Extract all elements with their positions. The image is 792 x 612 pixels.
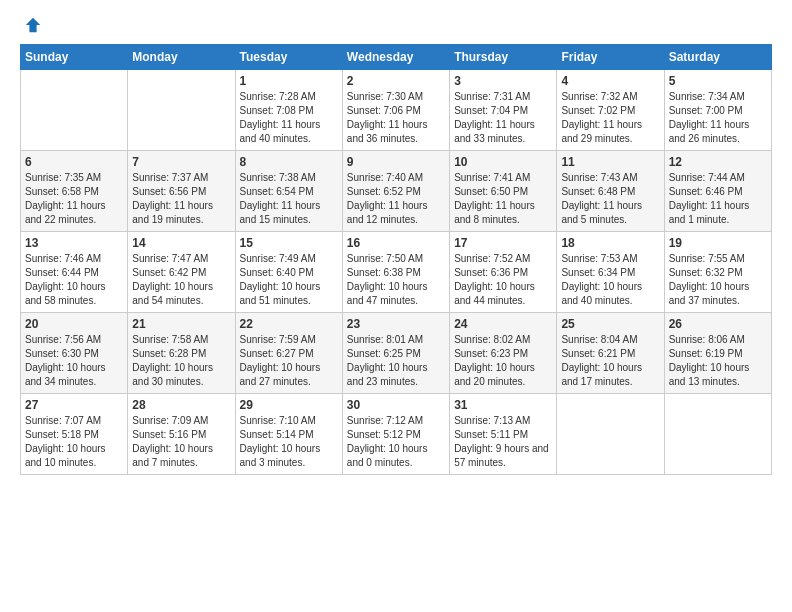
day-number: 19: [669, 236, 767, 250]
day-number: 3: [454, 74, 552, 88]
calendar-cell: 9Sunrise: 7:40 AM Sunset: 6:52 PM Daylig…: [342, 151, 449, 232]
week-row-4: 20Sunrise: 7:56 AM Sunset: 6:30 PM Dayli…: [21, 313, 772, 394]
day-info: Sunrise: 7:41 AM Sunset: 6:50 PM Dayligh…: [454, 171, 552, 227]
calendar-cell: 25Sunrise: 8:04 AM Sunset: 6:21 PM Dayli…: [557, 313, 664, 394]
calendar-cell: 3Sunrise: 7:31 AM Sunset: 7:04 PM Daylig…: [450, 70, 557, 151]
calendar-cell: 24Sunrise: 8:02 AM Sunset: 6:23 PM Dayli…: [450, 313, 557, 394]
day-number: 18: [561, 236, 659, 250]
calendar-cell: 8Sunrise: 7:38 AM Sunset: 6:54 PM Daylig…: [235, 151, 342, 232]
day-info: Sunrise: 7:59 AM Sunset: 6:27 PM Dayligh…: [240, 333, 338, 389]
calendar-cell: 10Sunrise: 7:41 AM Sunset: 6:50 PM Dayli…: [450, 151, 557, 232]
calendar-cell: 2Sunrise: 7:30 AM Sunset: 7:06 PM Daylig…: [342, 70, 449, 151]
calendar-cell: 1Sunrise: 7:28 AM Sunset: 7:08 PM Daylig…: [235, 70, 342, 151]
day-number: 17: [454, 236, 552, 250]
calendar-cell: 29Sunrise: 7:10 AM Sunset: 5:14 PM Dayli…: [235, 394, 342, 475]
day-info: Sunrise: 7:52 AM Sunset: 6:36 PM Dayligh…: [454, 252, 552, 308]
day-number: 30: [347, 398, 445, 412]
weekday-header-tuesday: Tuesday: [235, 45, 342, 70]
day-number: 1: [240, 74, 338, 88]
day-number: 9: [347, 155, 445, 169]
day-number: 29: [240, 398, 338, 412]
week-row-2: 6Sunrise: 7:35 AM Sunset: 6:58 PM Daylig…: [21, 151, 772, 232]
day-info: Sunrise: 7:43 AM Sunset: 6:48 PM Dayligh…: [561, 171, 659, 227]
day-info: Sunrise: 7:58 AM Sunset: 6:28 PM Dayligh…: [132, 333, 230, 389]
day-info: Sunrise: 7:10 AM Sunset: 5:14 PM Dayligh…: [240, 414, 338, 470]
weekday-header-thursday: Thursday: [450, 45, 557, 70]
day-number: 27: [25, 398, 123, 412]
day-number: 16: [347, 236, 445, 250]
day-number: 4: [561, 74, 659, 88]
day-info: Sunrise: 7:13 AM Sunset: 5:11 PM Dayligh…: [454, 414, 552, 470]
day-info: Sunrise: 7:35 AM Sunset: 6:58 PM Dayligh…: [25, 171, 123, 227]
logo: [20, 16, 42, 34]
page: SundayMondayTuesdayWednesdayThursdayFrid…: [0, 0, 792, 612]
day-number: 24: [454, 317, 552, 331]
calendar-cell: 7Sunrise: 7:37 AM Sunset: 6:56 PM Daylig…: [128, 151, 235, 232]
day-info: Sunrise: 7:50 AM Sunset: 6:38 PM Dayligh…: [347, 252, 445, 308]
weekday-header-friday: Friday: [557, 45, 664, 70]
day-number: 5: [669, 74, 767, 88]
logo-icon: [24, 16, 42, 34]
day-info: Sunrise: 7:40 AM Sunset: 6:52 PM Dayligh…: [347, 171, 445, 227]
week-row-5: 27Sunrise: 7:07 AM Sunset: 5:18 PM Dayli…: [21, 394, 772, 475]
calendar-table: SundayMondayTuesdayWednesdayThursdayFrid…: [20, 44, 772, 475]
week-row-3: 13Sunrise: 7:46 AM Sunset: 6:44 PM Dayli…: [21, 232, 772, 313]
day-number: 21: [132, 317, 230, 331]
day-number: 7: [132, 155, 230, 169]
day-info: Sunrise: 7:44 AM Sunset: 6:46 PM Dayligh…: [669, 171, 767, 227]
day-number: 8: [240, 155, 338, 169]
day-info: Sunrise: 7:46 AM Sunset: 6:44 PM Dayligh…: [25, 252, 123, 308]
day-info: Sunrise: 7:09 AM Sunset: 5:16 PM Dayligh…: [132, 414, 230, 470]
day-info: Sunrise: 7:38 AM Sunset: 6:54 PM Dayligh…: [240, 171, 338, 227]
day-info: Sunrise: 7:31 AM Sunset: 7:04 PM Dayligh…: [454, 90, 552, 146]
calendar-cell: 14Sunrise: 7:47 AM Sunset: 6:42 PM Dayli…: [128, 232, 235, 313]
calendar-cell: 30Sunrise: 7:12 AM Sunset: 5:12 PM Dayli…: [342, 394, 449, 475]
day-info: Sunrise: 8:02 AM Sunset: 6:23 PM Dayligh…: [454, 333, 552, 389]
day-number: 20: [25, 317, 123, 331]
calendar-cell: [21, 70, 128, 151]
calendar-cell: 27Sunrise: 7:07 AM Sunset: 5:18 PM Dayli…: [21, 394, 128, 475]
day-number: 11: [561, 155, 659, 169]
day-info: Sunrise: 7:53 AM Sunset: 6:34 PM Dayligh…: [561, 252, 659, 308]
calendar-cell: 18Sunrise: 7:53 AM Sunset: 6:34 PM Dayli…: [557, 232, 664, 313]
calendar-cell: 15Sunrise: 7:49 AM Sunset: 6:40 PM Dayli…: [235, 232, 342, 313]
calendar-cell: 4Sunrise: 7:32 AM Sunset: 7:02 PM Daylig…: [557, 70, 664, 151]
day-number: 22: [240, 317, 338, 331]
calendar-cell: 12Sunrise: 7:44 AM Sunset: 6:46 PM Dayli…: [664, 151, 771, 232]
day-info: Sunrise: 7:30 AM Sunset: 7:06 PM Dayligh…: [347, 90, 445, 146]
weekday-header-row: SundayMondayTuesdayWednesdayThursdayFrid…: [21, 45, 772, 70]
calendar-cell: 26Sunrise: 8:06 AM Sunset: 6:19 PM Dayli…: [664, 313, 771, 394]
day-info: Sunrise: 8:06 AM Sunset: 6:19 PM Dayligh…: [669, 333, 767, 389]
day-number: 12: [669, 155, 767, 169]
weekday-header-saturday: Saturday: [664, 45, 771, 70]
calendar-cell: 28Sunrise: 7:09 AM Sunset: 5:16 PM Dayli…: [128, 394, 235, 475]
day-number: 26: [669, 317, 767, 331]
day-number: 10: [454, 155, 552, 169]
calendar-cell: 13Sunrise: 7:46 AM Sunset: 6:44 PM Dayli…: [21, 232, 128, 313]
calendar-cell: 31Sunrise: 7:13 AM Sunset: 5:11 PM Dayli…: [450, 394, 557, 475]
calendar-cell: 22Sunrise: 7:59 AM Sunset: 6:27 PM Dayli…: [235, 313, 342, 394]
weekday-header-sunday: Sunday: [21, 45, 128, 70]
day-number: 6: [25, 155, 123, 169]
calendar-cell: [557, 394, 664, 475]
day-info: Sunrise: 7:37 AM Sunset: 6:56 PM Dayligh…: [132, 171, 230, 227]
week-row-1: 1Sunrise: 7:28 AM Sunset: 7:08 PM Daylig…: [21, 70, 772, 151]
calendar-cell: [664, 394, 771, 475]
calendar-cell: 23Sunrise: 8:01 AM Sunset: 6:25 PM Dayli…: [342, 313, 449, 394]
day-info: Sunrise: 7:55 AM Sunset: 6:32 PM Dayligh…: [669, 252, 767, 308]
svg-marker-0: [26, 18, 40, 32]
calendar-cell: 11Sunrise: 7:43 AM Sunset: 6:48 PM Dayli…: [557, 151, 664, 232]
calendar-cell: 21Sunrise: 7:58 AM Sunset: 6:28 PM Dayli…: [128, 313, 235, 394]
day-info: Sunrise: 7:56 AM Sunset: 6:30 PM Dayligh…: [25, 333, 123, 389]
day-info: Sunrise: 7:34 AM Sunset: 7:00 PM Dayligh…: [669, 90, 767, 146]
header: [20, 16, 772, 34]
calendar-cell: 20Sunrise: 7:56 AM Sunset: 6:30 PM Dayli…: [21, 313, 128, 394]
calendar-cell: 5Sunrise: 7:34 AM Sunset: 7:00 PM Daylig…: [664, 70, 771, 151]
calendar-cell: 16Sunrise: 7:50 AM Sunset: 6:38 PM Dayli…: [342, 232, 449, 313]
calendar-cell: 17Sunrise: 7:52 AM Sunset: 6:36 PM Dayli…: [450, 232, 557, 313]
day-info: Sunrise: 7:28 AM Sunset: 7:08 PM Dayligh…: [240, 90, 338, 146]
day-info: Sunrise: 7:47 AM Sunset: 6:42 PM Dayligh…: [132, 252, 230, 308]
day-number: 13: [25, 236, 123, 250]
calendar-cell: 6Sunrise: 7:35 AM Sunset: 6:58 PM Daylig…: [21, 151, 128, 232]
day-info: Sunrise: 7:32 AM Sunset: 7:02 PM Dayligh…: [561, 90, 659, 146]
